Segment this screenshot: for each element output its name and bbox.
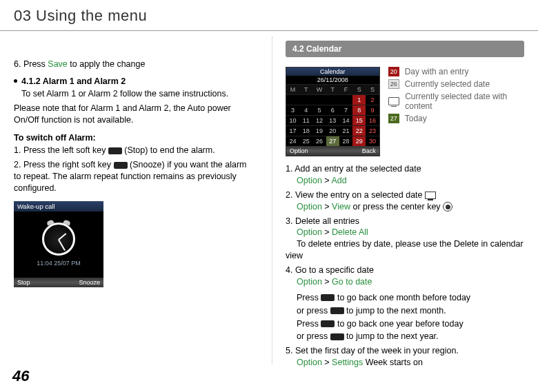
legend-screen-icon: [388, 97, 400, 105]
text: to go back one year before today: [335, 319, 463, 329]
cal-softkeys: Option Back: [286, 146, 379, 156]
cal-cell: 24: [286, 136, 299, 146]
legend-box-grey-icon: 26: [388, 79, 399, 89]
legend-text: Day with an entry: [405, 67, 469, 76]
calendar-steps: 1. Add an entry at the selected date Opt…: [286, 163, 524, 369]
go-to-date-link: Go to date: [332, 277, 372, 287]
text: or press: [297, 331, 330, 341]
cal-cell: 22: [352, 125, 366, 136]
cal-day-head: M: [286, 84, 299, 94]
text: or press: [297, 306, 330, 316]
text: 5. Set the first day of the week in your…: [286, 346, 459, 355]
cal-cell: 9: [366, 105, 379, 115]
cal-cell: 18: [299, 125, 312, 136]
text: >: [322, 176, 332, 185]
legend-today: 27 Today: [388, 114, 524, 123]
cal-cell: 2: [366, 94, 379, 105]
cal-step-3: 3. Delete all entries Option > Delete Al…: [286, 216, 524, 262]
page-number: 46: [12, 367, 29, 385]
softkey-stop[interactable]: Stop: [17, 279, 30, 286]
nav-key-icon: [330, 307, 344, 314]
page-header: 03 Using the menu: [0, 0, 538, 31]
cal-cell: 30: [366, 136, 379, 146]
cal-cell: 25: [299, 136, 312, 146]
nav-key-icon: [330, 333, 344, 340]
cal-cell: 12: [312, 115, 326, 125]
cal-cell: 5: [312, 105, 326, 115]
legend-box-green-icon: 27: [388, 114, 399, 123]
softkey-back[interactable]: Back: [362, 147, 376, 154]
cal-cell: 20: [326, 125, 339, 136]
cal-day-head: W: [312, 84, 326, 94]
cal-cell: 19: [312, 125, 326, 136]
cal-cell: 8: [352, 105, 366, 115]
subsection-412: 4.1.2 Alarm 1 and Alarm 2 To set Alarm 1…: [14, 76, 252, 100]
text: Press: [297, 319, 321, 329]
bullet-icon: [14, 79, 17, 83]
text: 2. Press the right soft key: [14, 160, 114, 169]
cal-step-5: 5. Set the first day of the week in your…: [286, 345, 524, 369]
cal-day-head: T: [299, 84, 312, 94]
page-content: 6. Press Save to apply the change 4.1.2 …: [0, 31, 538, 371]
subsection-note: Please note that for Alarm 1 and Alarm 2…: [14, 103, 252, 126]
cal-day-head: S: [366, 84, 379, 94]
bell-right-icon: [63, 219, 70, 225]
softkey-snooze[interactable]: Snooze: [79, 279, 100, 286]
cal-cell: 6: [326, 105, 339, 115]
nav-key-icon: [321, 294, 335, 301]
text: 3. Delete all entries: [286, 216, 359, 226]
nav-key-instructions: Press to go back one month before today …: [286, 292, 524, 343]
cal-title: Calendar: [286, 68, 379, 76]
text: to jump to the next year.: [344, 331, 439, 341]
text: to apply the change: [68, 59, 146, 69]
text: To delete entries by date, please use th…: [286, 239, 524, 260]
cal-cell: [339, 94, 352, 105]
cal-cell: 23: [366, 125, 379, 136]
legend-selected: 26 Currently selected date: [388, 79, 524, 89]
legend-text: Today: [405, 114, 427, 123]
switch-off-title: To switch off Alarm:: [14, 132, 252, 144]
cal-day-head: F: [339, 84, 352, 94]
switch-step-2: 2. Press the right soft key (Snooze) if …: [14, 159, 252, 194]
text: 1. Press the left soft key: [14, 145, 108, 155]
text: >: [322, 227, 332, 237]
cal-cell: 26: [312, 136, 326, 146]
cal-cell: 28: [339, 136, 352, 146]
option-link: Option: [297, 202, 322, 212]
wakeup-body: 11:04 25/07 PM: [14, 212, 103, 278]
text: (Stop) to end the alarm.: [122, 145, 215, 155]
cal-cell: [326, 94, 339, 105]
option-link: Option: [297, 176, 322, 185]
settings-link: Settings: [332, 358, 363, 367]
calendar-and-legend: Calendar 26/11/2008 M T W T F S S 12 345…: [286, 67, 524, 156]
text: 4. Go to a specific date: [286, 265, 374, 275]
subsection-title: 4.1.2 Alarm 1 and Alarm 2: [21, 76, 252, 87]
alarm-clock-icon: [42, 223, 75, 256]
cal-cell: 3: [286, 105, 299, 115]
nav-key-icon: [321, 320, 335, 327]
cal-cell: 7: [339, 105, 352, 115]
softkey-option[interactable]: Option: [290, 147, 308, 154]
legend-selected-content: Currently selected date with content: [388, 92, 524, 111]
wakeup-time: 11:04 25/07 PM: [37, 260, 81, 267]
text: >: [322, 202, 332, 212]
legend-text: Currently selected date with content: [405, 92, 524, 111]
text: to go back one month before today: [335, 293, 470, 302]
text: >: [322, 277, 332, 287]
section-bar-calendar: 4.2 Calendar: [286, 41, 524, 57]
option-link: Option: [297, 277, 322, 287]
step-6: 6. Press Save to apply the change: [14, 59, 252, 70]
cal-cell: 21: [339, 125, 352, 136]
delete-all-link: Delete All: [332, 227, 368, 237]
chapter-title: 03 Using the menu: [14, 7, 524, 25]
softkey-left-icon: [108, 147, 122, 154]
right-column: 4.2 Calendar Calendar 26/11/2008 M T W T…: [272, 31, 534, 371]
wakeup-screenshot: Wake-up call 11:04 25/07 PM Stop Snooze: [14, 201, 103, 287]
cal-cell: 16: [366, 115, 379, 125]
cal-cell: 1: [352, 94, 366, 105]
cal-cell: 11: [299, 115, 312, 125]
cal-cell: 4: [299, 105, 312, 115]
calendar-screenshot: Calendar 26/11/2008 M T W T F S S 12 345…: [286, 67, 380, 156]
cal-cell: [299, 94, 312, 105]
wakeup-softkeys: Stop Snooze: [14, 278, 103, 287]
